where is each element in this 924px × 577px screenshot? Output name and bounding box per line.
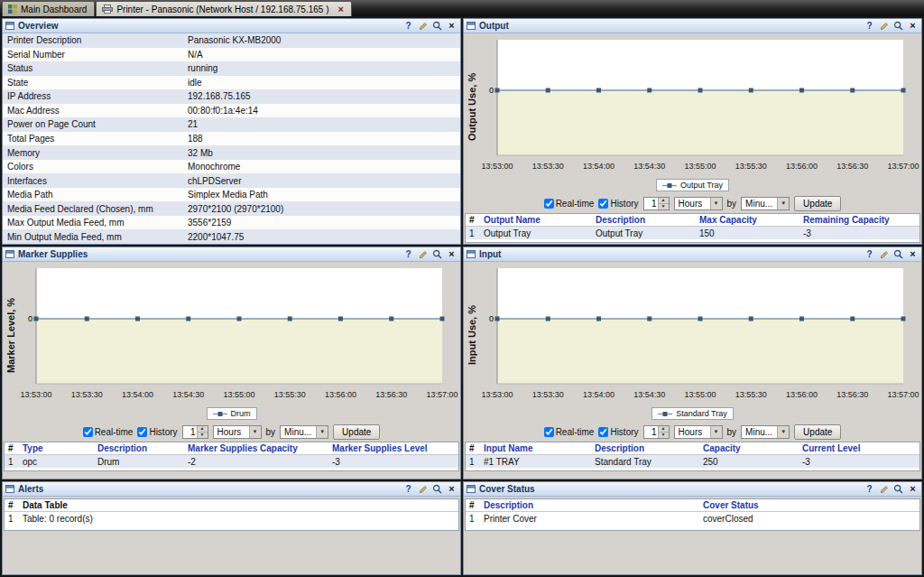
table-row[interactable]: 1opcDrum-2-3 bbox=[5, 455, 458, 468]
help-icon[interactable]: ? bbox=[864, 483, 875, 495]
column-header[interactable]: # bbox=[5, 500, 19, 510]
column-header[interactable]: Capacity bbox=[699, 443, 799, 453]
column-header[interactable]: # bbox=[466, 500, 480, 510]
zoom-icon[interactable] bbox=[431, 483, 443, 495]
edit-icon[interactable] bbox=[417, 248, 429, 260]
input-usage-chart[interactable]: 013:53:0013:53:3013:54:0013:54:3013:55:0… bbox=[479, 264, 919, 405]
overview-row[interactable]: Statusrunning bbox=[3, 61, 460, 76]
column-header[interactable]: Marker Supplies Capacity bbox=[184, 443, 328, 453]
interval-unit-select[interactable]: Hours▼ bbox=[213, 425, 262, 439]
overview-row[interactable]: Power on Page Count21 bbox=[3, 117, 460, 132]
chart-legend[interactable]: Standard Tray bbox=[651, 407, 734, 420]
help-icon[interactable]: ? bbox=[864, 248, 875, 260]
edit-icon[interactable] bbox=[417, 20, 429, 32]
realtime-toggle[interactable]: Real-time bbox=[83, 427, 134, 437]
table-row[interactable]: 1Printer CovercoverClosed bbox=[466, 512, 919, 525]
overview-row[interactable]: Min Output Media Feed, mm2200*1047.75 bbox=[3, 229, 460, 244]
column-header[interactable]: Description bbox=[591, 443, 699, 453]
tab-close-icon[interactable]: × bbox=[338, 5, 344, 14]
column-header[interactable]: Input Name bbox=[480, 443, 591, 453]
overview-row[interactable]: ColorsMonochrome bbox=[3, 160, 460, 174]
spinner-down-icon[interactable]: ▼ bbox=[198, 432, 208, 438]
output-usage-chart[interactable]: 013:53:0013:53:3013:54:0013:54:3013:55:0… bbox=[479, 35, 919, 176]
alerts-titlebar[interactable]: Alerts ? × bbox=[3, 482, 460, 497]
realtime-toggle[interactable]: Real-time bbox=[544, 427, 595, 437]
overview-row[interactable]: Media Feed Declared (Chosen), mm2970*210… bbox=[3, 201, 460, 216]
step-unit-select[interactable]: Minu...▼ bbox=[741, 197, 790, 210]
close-icon[interactable]: × bbox=[446, 20, 457, 32]
edit-icon[interactable] bbox=[878, 248, 890, 260]
close-icon[interactable]: × bbox=[446, 483, 457, 495]
update-button[interactable]: Update bbox=[333, 424, 380, 440]
edit-icon[interactable] bbox=[417, 483, 429, 495]
chart-legend[interactable]: Drum bbox=[207, 407, 257, 420]
overview-row[interactable]: Memory32 Mb bbox=[3, 145, 460, 160]
help-icon[interactable]: ? bbox=[864, 20, 875, 32]
column-header[interactable]: Data Table bbox=[19, 500, 458, 510]
step-unit-select[interactable]: Minu...▼ bbox=[741, 425, 790, 439]
zoom-icon[interactable] bbox=[892, 248, 904, 260]
history-toggle[interactable]: History bbox=[598, 199, 638, 209]
cover-titlebar[interactable]: Cover Status ? × bbox=[464, 482, 921, 497]
history-toggle[interactable]: History bbox=[598, 427, 638, 437]
interval-input[interactable] bbox=[183, 426, 197, 438]
overview-row[interactable]: InterfaceschLPDServer bbox=[3, 173, 460, 188]
help-icon[interactable]: ? bbox=[402, 483, 414, 495]
close-icon[interactable]: × bbox=[907, 248, 919, 260]
history-toggle[interactable]: History bbox=[137, 427, 177, 437]
interval-stepper[interactable]: ▲▼ bbox=[182, 425, 208, 439]
overview-row[interactable]: Mac Address00:80:f0:1a:4e:14 bbox=[3, 104, 460, 118]
edit-icon[interactable] bbox=[878, 483, 890, 495]
help-icon[interactable]: ? bbox=[402, 248, 414, 260]
column-header[interactable]: Max Capacity bbox=[696, 215, 799, 225]
overview-row[interactable]: Stateidle bbox=[3, 76, 460, 90]
column-header[interactable]: Remaining Capacity bbox=[799, 215, 919, 225]
table-row[interactable]: 1#1 TRAYStandard Tray250-3 bbox=[466, 455, 919, 468]
step-unit-select[interactable]: Minu...▼ bbox=[280, 425, 328, 439]
interval-input[interactable] bbox=[644, 426, 658, 438]
column-header[interactable]: # bbox=[466, 215, 480, 225]
column-header[interactable]: # bbox=[5, 443, 19, 453]
update-button[interactable]: Update bbox=[794, 424, 841, 440]
column-header[interactable]: Type bbox=[19, 443, 94, 453]
interval-unit-select[interactable]: Hours▼ bbox=[674, 197, 723, 210]
column-header[interactable]: Output Name bbox=[480, 215, 592, 225]
overview-row[interactable]: Total Pages188 bbox=[3, 132, 460, 146]
history-checkbox[interactable] bbox=[137, 427, 147, 437]
input-titlebar[interactable]: Input ? × bbox=[464, 247, 921, 262]
zoom-icon[interactable] bbox=[431, 20, 443, 32]
interval-stepper[interactable]: ▲▼ bbox=[643, 425, 670, 439]
edit-icon[interactable] bbox=[878, 20, 890, 32]
zoom-icon[interactable] bbox=[892, 483, 904, 495]
history-checkbox[interactable] bbox=[598, 199, 608, 209]
zoom-icon[interactable] bbox=[431, 248, 443, 260]
overview-row[interactable]: Serial NumberN/A bbox=[3, 48, 460, 62]
realtime-toggle[interactable]: Real-time bbox=[544, 199, 595, 209]
overview-titlebar[interactable]: Overview ? × bbox=[3, 19, 460, 33]
overview-row[interactable]: Media PathSimplex Media Path bbox=[3, 188, 460, 202]
table-row[interactable]: 1Output TrayOutput Tray150-3 bbox=[466, 227, 919, 239]
close-icon[interactable]: × bbox=[907, 20, 919, 32]
column-header[interactable]: Marker Supplies Level bbox=[328, 443, 458, 453]
interval-input[interactable] bbox=[644, 198, 658, 209]
overview-row[interactable]: IP Address192.168.75.165 bbox=[3, 89, 460, 104]
marker-titlebar[interactable]: Marker Supplies ? × bbox=[3, 247, 460, 262]
history-checkbox[interactable] bbox=[598, 427, 608, 437]
overview-row[interactable]: Printer DescriptionPanasonic KX-MB2000 bbox=[3, 33, 460, 48]
spinner-down-icon[interactable]: ▼ bbox=[659, 203, 669, 209]
close-icon[interactable]: × bbox=[907, 483, 919, 495]
column-header[interactable]: Cover Status bbox=[699, 500, 919, 510]
interval-unit-select[interactable]: Hours▼ bbox=[674, 425, 723, 439]
output-titlebar[interactable]: Output ? × bbox=[464, 19, 921, 33]
column-header[interactable]: Description bbox=[480, 500, 699, 510]
column-header[interactable]: Current Level bbox=[799, 443, 919, 453]
spinner-down-icon[interactable]: ▼ bbox=[659, 432, 669, 438]
realtime-checkbox[interactable] bbox=[544, 199, 554, 209]
marker-level-chart[interactable]: 013:53:0013:53:3013:54:0013:54:3013:55:0… bbox=[18, 264, 458, 405]
help-icon[interactable]: ? bbox=[402, 20, 414, 32]
column-header[interactable]: # bbox=[466, 443, 480, 453]
column-header[interactable]: Description bbox=[592, 215, 696, 225]
overview-row[interactable]: Max Output Media Feed, mm3556*2159 bbox=[3, 216, 460, 230]
column-header[interactable]: Description bbox=[94, 443, 184, 453]
close-icon[interactable]: × bbox=[446, 248, 457, 260]
